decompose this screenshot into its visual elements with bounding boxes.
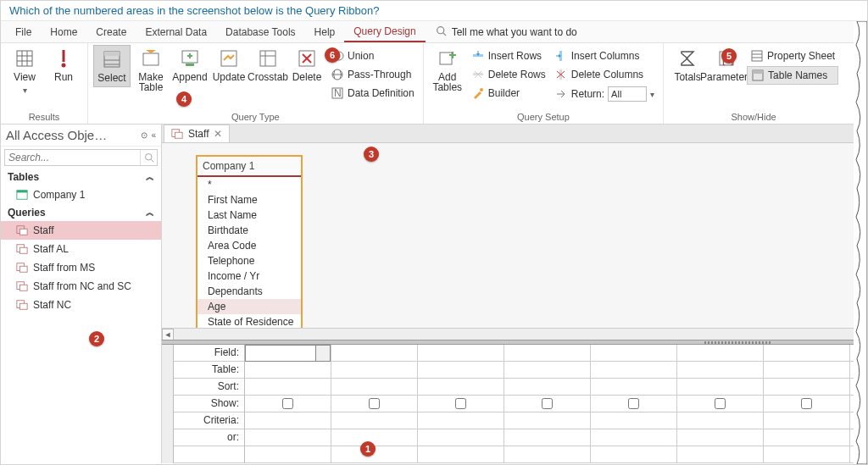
grid-cell[interactable] — [591, 396, 676, 412]
grid-cell[interactable] — [764, 379, 849, 396]
datadef-button[interactable]: NData Definition — [327, 85, 418, 102]
field-list-item[interactable]: Age — [198, 299, 301, 314]
grid-column[interactable] — [850, 345, 868, 463]
grid-cell[interactable] — [764, 396, 849, 412]
grid-cell[interactable] — [591, 429, 676, 446]
grid-cell[interactable] — [245, 446, 331, 463]
grid-cell[interactable] — [418, 412, 504, 429]
grid-column[interactable] — [245, 345, 331, 463]
grid-cell[interactable] — [764, 412, 849, 429]
show-checkbox[interactable] — [455, 398, 466, 409]
crosstab-button[interactable]: Crosstab — [249, 45, 287, 86]
run-button[interactable]: Run — [45, 45, 82, 86]
show-checkbox[interactable] — [715, 398, 726, 409]
nav-query-staff-nc[interactable]: Staff NC — [1, 296, 161, 314]
field-list-item[interactable]: Telephone — [198, 253, 301, 268]
nav-query-staff[interactable]: Staff — [1, 221, 161, 240]
delete-rows-button[interactable]: Delete Rows — [468, 66, 549, 83]
grid-cell[interactable] — [850, 396, 868, 412]
grid-cell[interactable] — [504, 379, 590, 396]
grid-cell[interactable] — [764, 429, 849, 446]
nav-query-staff-al[interactable]: Staff AL — [1, 240, 161, 258]
delete-cols-button[interactable]: Delete Columns — [551, 66, 658, 83]
nav-query-staff-ms[interactable]: Staff from MS — [1, 258, 161, 277]
grid-cell[interactable] — [677, 412, 763, 429]
field-list-item[interactable]: State of Residence — [198, 314, 301, 328]
grid-cell[interactable] — [504, 362, 590, 379]
tab-help[interactable]: Help — [305, 23, 345, 42]
chevron-down-icon[interactable]: ▾ — [650, 90, 654, 99]
grid-cell[interactable] — [850, 362, 868, 379]
grid-cell[interactable] — [418, 446, 504, 463]
grid-cell[interactable] — [850, 345, 868, 362]
chevron-down-icon[interactable]: ⊙ — [141, 130, 147, 140]
grid-cell[interactable] — [591, 412, 676, 429]
nav-query-staff-nc-sc[interactable]: Staff from NC and SC — [1, 277, 161, 296]
return-input[interactable] — [608, 86, 647, 102]
grid-cell[interactable] — [591, 362, 676, 379]
field-list-item[interactable]: Income / Yr — [198, 268, 301, 284]
grid-cell[interactable] — [331, 412, 417, 429]
field-list-item[interactable]: Last Name — [198, 208, 301, 223]
grid-cell[interactable] — [245, 379, 331, 396]
builder-button[interactable]: Builder — [468, 85, 549, 102]
nav-group-tables[interactable]: Tables︽ — [1, 169, 161, 185]
show-checkbox[interactable] — [542, 398, 553, 409]
tab-external-data[interactable]: External Data — [136, 23, 216, 42]
show-checkbox[interactable] — [628, 398, 639, 409]
grid-column[interactable] — [504, 345, 591, 463]
nav-group-queries[interactable]: Queries︽ — [1, 204, 161, 221]
field-list-item[interactable]: * — [198, 177, 301, 192]
grid-cell[interactable] — [591, 446, 676, 463]
insert-cols-button[interactable]: Insert Columns — [551, 47, 658, 64]
view-button[interactable]: View ▾ — [6, 45, 43, 99]
grid-column[interactable] — [764, 345, 850, 463]
close-icon[interactable]: ✕ — [214, 128, 222, 140]
grid-cell[interactable] — [331, 429, 417, 446]
grid-cell[interactable] — [245, 362, 331, 379]
show-checkbox[interactable] — [282, 398, 293, 409]
grid-cell[interactable] — [677, 345, 763, 362]
grid-cell[interactable] — [418, 429, 504, 446]
property-sheet-button[interactable]: Property Sheet — [747, 47, 838, 64]
field-list-item[interactable]: Area Code — [198, 238, 301, 253]
query-diagram-pane[interactable]: Company 1 *First NameLast NameBirthdateA… — [162, 143, 868, 328]
grid-cell[interactable] — [764, 345, 849, 362]
grid-cell[interactable] — [591, 345, 676, 362]
field-list-item[interactable]: First Name — [198, 192, 301, 208]
tab-database-tools[interactable]: Database Tools — [216, 23, 305, 42]
update-button[interactable]: Update — [210, 45, 248, 86]
grid-cell[interactable] — [418, 379, 504, 396]
show-checkbox[interactable] — [369, 398, 380, 409]
grid-column[interactable] — [677, 345, 764, 463]
grid-cell[interactable] — [504, 412, 590, 429]
add-tables-button[interactable]: Add Tables — [429, 45, 466, 96]
grid-cell[interactable] — [850, 429, 868, 446]
grid-cell[interactable] — [591, 379, 676, 396]
grid-cell[interactable] — [331, 345, 417, 362]
grid-cell[interactable] — [504, 429, 590, 446]
insert-rows-button[interactable]: Insert Rows — [468, 47, 549, 64]
grid-cell[interactable] — [504, 345, 590, 362]
grid-cell[interactable] — [331, 396, 417, 412]
doc-tab-staff[interactable]: Staff ✕ — [164, 125, 230, 142]
grid-cell[interactable] — [418, 362, 504, 379]
tab-file[interactable]: File — [6, 23, 41, 42]
passthrough-button[interactable]: Pass-Through — [327, 66, 418, 83]
grid-column[interactable] — [591, 345, 677, 463]
nav-table-company1[interactable]: Company 1 — [1, 185, 161, 204]
collapse-icon[interactable]: « — [151, 130, 156, 140]
grid-cell[interactable] — [245, 345, 331, 362]
show-checkbox[interactable] — [801, 398, 812, 409]
tab-create[interactable]: Create — [86, 23, 136, 42]
grid-cell[interactable] — [677, 429, 763, 446]
select-query-button[interactable]: Select — [93, 45, 131, 87]
grid-cell[interactable] — [245, 396, 331, 412]
grid-cell[interactable] — [245, 429, 331, 446]
grid-cell[interactable] — [504, 396, 590, 412]
grid-cell[interactable] — [331, 362, 417, 379]
grid-cell[interactable] — [418, 396, 504, 412]
grid-cell[interactable] — [418, 345, 504, 362]
grid-cell[interactable] — [850, 412, 868, 429]
grid-cell[interactable] — [677, 396, 763, 412]
